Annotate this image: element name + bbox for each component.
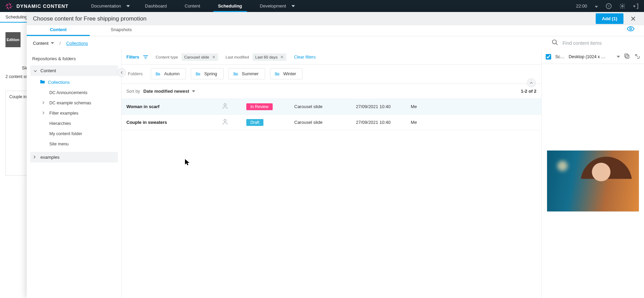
collapse-folders-button[interactable] [527, 78, 536, 87]
nav-documentation[interactable]: Documentation [82, 0, 136, 12]
tree-label: Site menu [49, 142, 69, 146]
nav-label: Development [260, 3, 286, 9]
nav-development[interactable]: Development [251, 0, 301, 12]
search-input[interactable] [562, 40, 638, 46]
tree-item[interactable]: My content folder [30, 129, 118, 139]
bg-scheduling-tab[interactable]: Scheduling [0, 12, 27, 23]
tree-label: My content folder [49, 131, 82, 136]
eye-icon[interactable] [627, 25, 634, 36]
tree-root-examples[interactable]: examples [30, 152, 118, 163]
nav-items: Documentation Dashboard Content Scheduli… [82, 0, 301, 12]
search-icon[interactable] [552, 39, 558, 47]
folder-label: Autumn [164, 71, 179, 76]
chevron-down-icon [292, 5, 295, 7]
folders-label: Folders [128, 71, 143, 76]
bg-edition-badge[interactable]: Edition [5, 32, 21, 47]
filter-last-modified: Last modified Last 60 days ✕ [226, 53, 287, 61]
folder-autumn[interactable]: Autumn [151, 68, 186, 79]
sort-row: Sort by Date modified newest 1-2 of 2 [122, 84, 541, 99]
folder-label: Winter [283, 71, 296, 76]
chevron-right-icon [42, 111, 47, 116]
folder-label: Summer [242, 71, 259, 76]
content-rows: Woman in scarf In Review Carousel slide … [122, 99, 541, 130]
tab-content[interactable]: Content [27, 27, 90, 36]
tree-root-content[interactable]: Content [30, 65, 118, 76]
device-dropdown[interactable]: Desktop (1024 x … [569, 54, 612, 59]
chevron-right-icon [34, 155, 38, 160]
user-icon [222, 103, 246, 110]
filter-key: Last modified [226, 55, 249, 59]
folders-row: Folders Autumn Spring Summer Winter [122, 65, 541, 84]
sidebar-title: Repositories & folders [30, 55, 118, 65]
close-icon[interactable]: ✕ [280, 55, 284, 60]
brand-name: DYNAMIC CONTENT [16, 3, 69, 9]
tree-label: Content [40, 68, 56, 73]
content-row[interactable]: Woman in scarf In Review Carousel slide … [122, 99, 541, 114]
chevron-down-icon [617, 56, 620, 58]
chip-label: Last 60 days [255, 55, 277, 59]
user-icon [222, 119, 246, 126]
choose-content-modal: Choose content for Free shipping promoti… [27, 12, 644, 298]
tree-item[interactable]: Site menu [30, 139, 118, 149]
folder-winter[interactable]: Winter [270, 68, 303, 79]
tree-item[interactable]: Filter examples [30, 108, 118, 118]
row-author: Me [411, 104, 536, 109]
nav-content[interactable]: Content [176, 0, 209, 12]
filter-key: Content type [156, 55, 178, 59]
filter-content-type: Content type Carousel slide ✕ [156, 53, 218, 61]
sort-dropdown[interactable]: Date modified newest [144, 89, 196, 94]
modal-title: Choose content for Free shipping promoti… [33, 15, 147, 22]
folder-spring[interactable]: Spring [191, 68, 224, 79]
breadcrumb-content[interactable]: Content [33, 41, 54, 46]
clear-filters-link[interactable]: Clear filters [294, 55, 315, 60]
tree-collections[interactable]: Collections [30, 77, 118, 88]
collapse-sidebar-button[interactable] [117, 68, 126, 77]
logo-icon [5, 2, 13, 10]
close-icon[interactable]: ✕ [628, 15, 638, 23]
tree-item[interactable]: Hierarchies [30, 118, 118, 129]
tab-snapshots[interactable]: Snapshots [90, 27, 153, 36]
nav-scheduling[interactable]: Scheduling [209, 0, 251, 12]
tree-label: DC Announcements [49, 90, 87, 95]
breadcrumb-row: Content / Collections [27, 36, 644, 50]
nav-label: Dashboard [145, 3, 167, 9]
preview-panel: Sc… Desktop (1024 x … [541, 50, 644, 298]
filter-chip-content-type[interactable]: Carousel slide ✕ [182, 53, 218, 61]
nav-dashboard[interactable]: Dashboard [136, 0, 176, 12]
preview-checkbox[interactable] [546, 54, 551, 60]
filters-row: Filters Content type Carousel slide ✕ La… [122, 50, 541, 65]
breadcrumb-collections[interactable]: Collections [66, 41, 88, 46]
repositories-sidebar: Repositories & folders Content Collectio… [27, 50, 121, 298]
tree-label: Hierarchies [49, 121, 71, 126]
nav-label: Scheduling [218, 3, 242, 9]
modal-header: Choose content for Free shipping promoti… [27, 12, 644, 25]
open-icon[interactable] [634, 53, 640, 60]
chevron-down-icon[interactable] [595, 3, 598, 9]
help-icon[interactable] [606, 3, 612, 9]
filter-chip-last-modified[interactable]: Last 60 days ✕ [252, 53, 286, 61]
tree-item[interactable]: DC Announcements [30, 88, 118, 98]
nav-time[interactable]: 22:00 [576, 3, 587, 9]
folder-label: Spring [204, 71, 217, 76]
add-button[interactable]: Add (1) [596, 13, 623, 24]
content-row[interactable]: Couple in sweaters Draft Carousel slide … [122, 114, 541, 130]
folder-summer[interactable]: Summer [228, 68, 265, 79]
filters-button[interactable]: Filters [126, 55, 148, 60]
preview-sc-label: Sc… [555, 54, 565, 59]
preview-body [542, 64, 644, 298]
sort-value: Date modified newest [144, 89, 189, 94]
search-wrap [552, 39, 638, 47]
content-list-panel: Filters Content type Carousel slide ✕ La… [121, 50, 541, 298]
tree-item[interactable]: DC example schemas [30, 98, 118, 108]
status-badge: Draft [246, 119, 263, 126]
chevron-right-icon [42, 101, 47, 105]
gear-icon[interactable] [619, 3, 626, 9]
close-icon[interactable]: ✕ [212, 55, 215, 60]
breadcrumb-separator: / [60, 41, 61, 46]
logout-icon[interactable] [633, 3, 639, 9]
copy-icon[interactable] [624, 53, 630, 60]
chip-label: Carousel slide [184, 55, 209, 59]
preview-image [547, 151, 639, 211]
modal-body: Repositories & folders Content Collectio… [27, 50, 644, 298]
device-label: Desktop (1024 x … [569, 54, 605, 59]
